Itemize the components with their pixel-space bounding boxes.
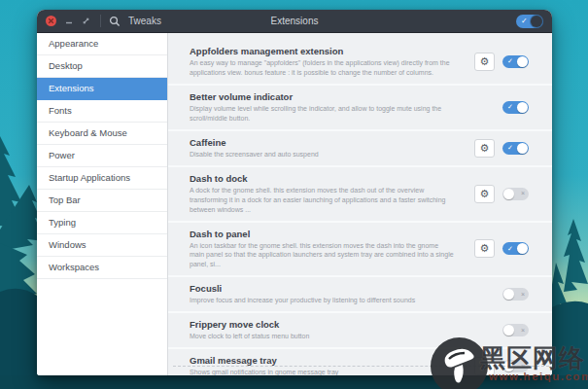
extension-controls: ⚙✓ (467, 139, 529, 158)
close-button[interactable] (46, 16, 56, 26)
extension-description: Display volume level while scrolling the… (190, 104, 454, 124)
close-icon (48, 18, 54, 24)
extension-toggle[interactable]: ✓ (502, 55, 529, 68)
sidebar-item-fonts[interactable]: Fonts (37, 100, 167, 123)
sidebar-item-extensions[interactable]: Extensions (37, 78, 167, 100)
extensions-master-toggle[interactable]: ✓ (516, 15, 543, 28)
restore-icon (82, 17, 90, 25)
app-label: Tweaks (128, 16, 161, 26)
extension-row-better-volume-indicator: Better volume indicatorDisplay volume le… (168, 84, 552, 129)
toggle-knob (503, 325, 514, 336)
toggle-knob (517, 143, 528, 154)
extension-row-caffeine: CaffeineDisable the screensaver and auto… (168, 129, 552, 165)
check-icon: ✓ (507, 104, 513, 111)
extension-title: Frippery move clock (190, 319, 309, 330)
extension-row-gmail-message-tray: Gmail message trayShows gmail notificati… (168, 347, 552, 375)
sidebar-item-typing[interactable]: Typing (37, 212, 167, 234)
sidebar-item-windows[interactable]: Windows (37, 234, 167, 257)
gear-icon: ⚙ (480, 189, 490, 199)
search-icon (109, 16, 121, 27)
search-button[interactable] (109, 16, 121, 27)
extension-settings-button[interactable]: ⚙ (474, 53, 495, 71)
extension-text: Frippery move clockMove clock to left of… (190, 319, 309, 341)
extension-settings-button[interactable]: ⚙ (474, 185, 495, 203)
extension-toggle[interactable]: ✓ (502, 242, 529, 255)
extension-text: Appfolders management extensionAn easy w… (190, 46, 454, 78)
extension-row-appfolders-management-extension: Appfolders management extensionAn easy w… (168, 40, 552, 84)
extension-description: Disable the screensaver and auto suspend (190, 150, 319, 159)
scroll-cutoff-divider (173, 366, 549, 367)
extension-text: Dash to panelAn icon taskbar for the gno… (190, 229, 454, 270)
extension-row-dash-to-dock: Dash to dockA dock for the gnome shell. … (168, 165, 552, 221)
maximize-button[interactable] (82, 17, 90, 25)
extension-controls: × (495, 288, 529, 301)
extension-settings-button[interactable]: ⚙ (474, 239, 495, 258)
minimize-button[interactable] (65, 18, 73, 25)
gear-icon: ⚙ (480, 56, 490, 67)
sidebar-item-keyboard-mouse[interactable]: Keyboard & Mouse (37, 123, 167, 145)
extensions-panel: Appfolders management extensionAn easy w… (168, 33, 552, 375)
extension-description: An easy way to manage "appfolders" (fold… (190, 58, 454, 78)
sidebar-item-desktop[interactable]: Desktop (37, 55, 167, 78)
extension-settings-button[interactable]: ⚙ (474, 139, 495, 158)
extension-title: Better volume indicator (190, 91, 454, 102)
extension-row-frippery-move-clock: Frippery move clockMove clock to left of… (168, 311, 552, 347)
extension-row-focusli: FocusliImprove focus and increase your p… (168, 275, 552, 311)
check-icon: ✓ (507, 245, 513, 252)
toggle-knob (517, 243, 528, 254)
extension-description: An icon taskbar for the gnome shell. thi… (190, 241, 454, 270)
cross-icon: × (521, 291, 525, 298)
extension-description: A dock for the gnome shell. this extensi… (190, 186, 454, 215)
sidebar-item-top-bar[interactable]: Top Bar (37, 190, 167, 212)
extension-toggle[interactable]: ✓ (502, 101, 529, 114)
extension-toggle[interactable]: × (502, 324, 529, 336)
extension-title: Caffeine (190, 137, 319, 148)
sidebar: AppearanceDesktopExtensionsFontsKeyboard… (37, 33, 168, 375)
gear-icon: ⚙ (480, 143, 490, 154)
tweaks-window: Tweaks Extensions ✓ AppearanceDesktopExt… (37, 10, 552, 375)
sidebar-item-power[interactable]: Power (37, 145, 167, 167)
toggle-knob (503, 289, 514, 300)
toggle-knob (517, 56, 528, 67)
extension-toggle[interactable]: × (502, 188, 529, 200)
check-icon: ✓ (521, 17, 528, 24)
extension-text: CaffeineDisable the screensaver and auto… (190, 137, 319, 159)
gear-icon: ⚙ (480, 243, 490, 254)
extension-toggle[interactable]: × (502, 288, 529, 301)
cross-icon: × (521, 327, 525, 334)
sidebar-item-appearance[interactable]: Appearance (37, 33, 167, 55)
cross-icon: × (521, 190, 525, 196)
minimize-icon (65, 18, 73, 25)
titlebar-separator (100, 15, 101, 27)
extension-title: Dash to panel (190, 229, 454, 239)
extension-row-dash-to-panel: Dash to panelAn icon taskbar for the gno… (168, 221, 552, 276)
sidebar-item-workspaces[interactable]: Workspaces (37, 257, 167, 279)
extensions-list: Appfolders management extensionAn easy w… (168, 33, 552, 375)
extension-description: Improve focus and increase your producti… (190, 296, 415, 305)
titlebar: Tweaks Extensions ✓ (37, 10, 552, 33)
window-body: AppearanceDesktopExtensionsFontsKeyboard… (37, 33, 552, 375)
extension-text: Dash to dockA dock for the gnome shell. … (190, 173, 454, 215)
extension-text: FocusliImprove focus and increase your p… (190, 283, 415, 305)
extension-controls: ⚙✓ (467, 239, 529, 258)
toggle-knob (517, 102, 528, 113)
sidebar-item-startup-applications[interactable]: Startup Applications (37, 167, 167, 190)
desktop: Tweaks Extensions ✓ AppearanceDesktopExt… (0, 0, 588, 389)
extension-controls: ✓ (495, 101, 529, 114)
check-icon: ✓ (507, 58, 513, 65)
extension-title: Gmail message tray (190, 355, 338, 366)
extension-title: Dash to dock (190, 173, 454, 184)
extension-description: Shows gmail notifications in gnome messa… (190, 368, 338, 375)
toggle-knob (531, 16, 542, 27)
extension-title: Focusli (190, 283, 415, 294)
extension-title: Appfolders management extension (190, 46, 454, 56)
extension-controls: ⚙× (467, 185, 529, 203)
extension-description: Move clock to left of status menu button (190, 332, 309, 341)
extension-text: Better volume indicatorDisplay volume le… (190, 91, 454, 124)
extension-controls: × (495, 324, 529, 336)
toggle-knob (503, 189, 514, 199)
extension-controls: ⚙✓ (467, 53, 529, 71)
check-icon: ✓ (507, 145, 513, 152)
extension-toggle[interactable]: ✓ (502, 142, 529, 155)
